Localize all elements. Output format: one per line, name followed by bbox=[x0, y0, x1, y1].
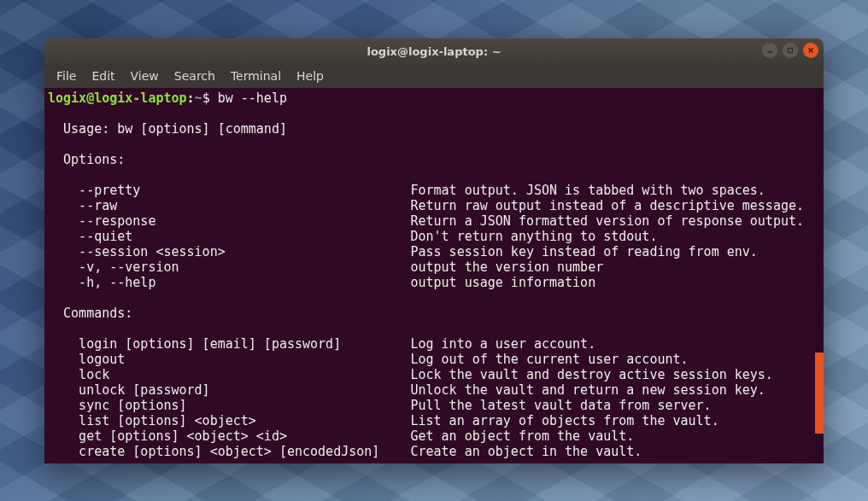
command-text: bw --help bbox=[218, 90, 287, 106]
prompt-path: ~ bbox=[195, 90, 202, 106]
output-options-header: Options: bbox=[48, 152, 125, 167]
output-usage: Usage: bw [options] [command] bbox=[48, 121, 287, 137]
window-controls bbox=[762, 43, 818, 58]
output-command-unlock: unlock [password] Unlock the vault and r… bbox=[48, 382, 765, 398]
prompt-user-host: logix@logix-laptop bbox=[48, 90, 187, 106]
output-option-raw: --raw Return raw output instead of a des… bbox=[48, 198, 804, 213]
output-option-session: --session <session> Pass session key ins… bbox=[48, 244, 758, 259]
terminal-window: logix@logix-laptop: ~ File Edit View Sea… bbox=[44, 38, 824, 463]
output-command-sync: sync [options] Pull the latest vault dat… bbox=[48, 398, 712, 413]
menu-search[interactable]: Search bbox=[167, 67, 222, 85]
output-command-logout: logout Log out of the current user accou… bbox=[48, 352, 689, 367]
menu-help[interactable]: Help bbox=[290, 67, 331, 85]
output-command-list: list [options] <object> List an array of… bbox=[48, 413, 719, 428]
output-command-login: login [options] [email] [password] Log i… bbox=[48, 336, 595, 352]
menu-terminal[interactable]: Terminal bbox=[224, 67, 288, 85]
command-text bbox=[210, 90, 218, 106]
scrollbar-thumb[interactable] bbox=[815, 352, 824, 434]
output-option-version: -v, --version output the version number bbox=[48, 259, 603, 275]
close-button[interactable] bbox=[803, 43, 818, 58]
terminal-body[interactable]: logix@logix-laptop:~$ bw --help Usage: b… bbox=[44, 88, 824, 463]
maximize-button[interactable] bbox=[783, 43, 798, 58]
output-command-create: create [options] <object> [encodedJson] … bbox=[48, 444, 642, 459]
output-option-pretty: --pretty Format output. JSON is tabbed w… bbox=[48, 183, 765, 198]
minimize-button[interactable] bbox=[762, 43, 777, 58]
menu-file[interactable]: File bbox=[50, 67, 83, 85]
menubar: File Edit View Search Terminal Help bbox=[44, 64, 824, 88]
titlebar: logix@logix-laptop: ~ bbox=[44, 38, 824, 64]
menu-edit[interactable]: Edit bbox=[85, 67, 121, 85]
output-commands-header: Commands: bbox=[48, 306, 132, 321]
window-title: logix@logix-laptop: ~ bbox=[367, 45, 501, 58]
output-command-get: get [options] <object> <id> Get an objec… bbox=[48, 428, 634, 444]
output-command-lock: lock Lock the vault and destroy active s… bbox=[48, 367, 773, 382]
prompt-colon: : bbox=[187, 90, 195, 106]
output-option-quiet: --quiet Don't return anything to stdout. bbox=[48, 229, 657, 244]
menu-view[interactable]: View bbox=[124, 67, 166, 85]
output-option-response: --response Return a JSON formatted versi… bbox=[48, 213, 804, 229]
output-option-help: -h, --help output usage information bbox=[48, 275, 595, 290]
prompt-symbol: $ bbox=[202, 90, 210, 106]
svg-rect-1 bbox=[789, 49, 793, 53]
